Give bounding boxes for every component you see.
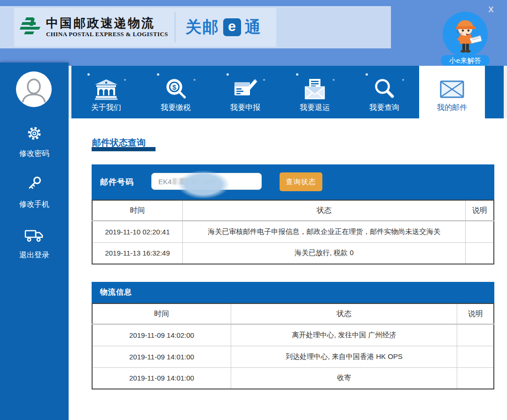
cell-note: [457, 324, 494, 346]
tab-label: 我要退运: [300, 103, 330, 113]
column-header-status: 状态: [182, 200, 465, 221]
mail-number-prefix: EK4: [158, 178, 172, 186]
tab-pay-tax[interactable]: $ 我要缴税: [141, 66, 211, 118]
mail-number-suffix: 0HK: [203, 178, 216, 186]
cell-note: [466, 221, 494, 242]
sidebar-item-label: 退出登录: [0, 250, 69, 260]
cell-status: 海关已审核邮件电子申报信息，邮政企业正在理货，邮件实物尚未送交海关: [182, 221, 465, 242]
brand-name-cn: 中国邮政速递物流: [46, 16, 155, 30]
status-table-row: 2019-11-10 02:20:41 海关已审核邮件电子申报信息，邮政企业正在…: [92, 221, 494, 242]
cell-note: [457, 367, 494, 389]
sidebar-item-logout[interactable]: 退出登录: [0, 228, 69, 260]
content-area: 邮件状态查询 邮件号码 EK4 0HK 查询状态 时间 状态 说明: [69, 118, 507, 420]
brand-text: 中国邮政速递物流 CHINA POSTAL EXPRESS & LOGISTIC…: [46, 16, 168, 39]
sidebar: 修改密码 修改手机 退出登录: [0, 62, 69, 420]
logistics-table: 时间 状态 说明 2019-11-09 14:02:00 离开处理中心, 发往中…: [92, 303, 494, 389]
cell-status: 收寄: [231, 367, 457, 389]
logistics-title: 物流信息: [100, 288, 132, 297]
sidebar-item-change-password[interactable]: 修改密码: [0, 124, 69, 159]
column-header-time: 时间: [92, 303, 231, 324]
app-window: 中国邮政速递物流 CHINA POSTAL EXPRESS & LOGISTIC…: [0, 0, 507, 420]
tax-search-icon: $: [164, 76, 188, 103]
mail-icon: [439, 76, 465, 103]
column-header-note: 说明: [466, 200, 494, 221]
gear-icon: [25, 136, 43, 144]
tab-declare[interactable]: 我要申报: [211, 66, 280, 118]
redacted-digits: [172, 178, 202, 185]
column-header-time: 时间: [92, 200, 182, 221]
cell-status: 到达处理中心, 来自中国香港 HK OPS: [231, 346, 457, 367]
cell-time: 2019-11-09 14:01:00: [92, 346, 231, 367]
status-table-row: 2019-11-13 16:32:49 海关已放行, 税款 0: [92, 242, 494, 264]
tab-label: 关于我们: [91, 103, 121, 113]
tab-return-shipment[interactable]: 我要退运: [280, 66, 350, 118]
logistics-table-row: 2019-11-09 14:02:00 离开处理中心, 发往中国 广州经济: [92, 324, 494, 346]
china-post-logo-icon: [20, 16, 41, 38]
product-logo: 关邮 e 通: [186, 16, 262, 38]
brand-block: 中国邮政速递物流 CHINA POSTAL EXPRESS & LOGISTIC…: [14, 8, 276, 47]
sidebar-item-label: 修改手机: [0, 200, 69, 210]
mascot-help-button[interactable]: 小e来解答: [441, 55, 490, 66]
product-e-icon: e: [223, 18, 241, 36]
tab-about-us[interactable]: 关于我们: [71, 66, 141, 118]
person-icon: [21, 76, 47, 102]
mascot-avatar[interactable]: [443, 12, 488, 57]
tab-query[interactable]: 我要查询: [350, 66, 419, 118]
logistics-table-row: 2019-11-09 14:01:00 收寄: [92, 367, 494, 389]
logistics-table-body: 2019-11-09 14:02:00 离开处理中心, 发往中国 广州经济 20…: [92, 324, 494, 389]
tab-my-mail[interactable]: 我的邮件: [419, 66, 485, 118]
column-header-note: 说明: [457, 303, 494, 324]
cell-time: 2019-11-10 02:20:41: [92, 221, 182, 242]
product-name-left: 关邮: [186, 16, 219, 38]
svg-text:$: $: [172, 83, 177, 91]
cell-time: 2019-11-09 14:02:00: [92, 324, 231, 346]
cell-note: [466, 242, 494, 264]
logistics-table-header-row: 时间 状态 说明: [92, 303, 494, 324]
search-icon: [372, 76, 397, 103]
sidebar-item-label: 修改密码: [0, 149, 69, 159]
brand-divider: [175, 12, 175, 42]
tab-label: 我要查询: [369, 103, 399, 113]
brand-name-en: CHINA POSTAL EXPRESS & LOGISTICS: [46, 31, 168, 38]
cell-status: 海关已放行, 税款 0: [182, 242, 465, 264]
status-table-body: 2019-11-10 02:20:41 海关已审核邮件电子申报信息，邮政企业正在…: [92, 221, 494, 264]
query-bar: 邮件号码 EK4 0HK 查询状态: [92, 164, 494, 200]
user-avatar: [16, 71, 52, 107]
product-name-right: 通: [245, 16, 262, 38]
tab-label: 我要缴税: [161, 103, 191, 113]
cell-time: 2019-11-13 16:32:49: [92, 242, 182, 264]
logistics-table-row: 2019-11-09 14:01:00 到达处理中心, 来自中国香港 HK OP…: [92, 346, 494, 367]
truck-icon: [24, 237, 45, 245]
sidebar-item-change-phone[interactable]: 修改手机: [0, 175, 69, 210]
status-table-header-row: 时间 状态 说明: [92, 200, 494, 221]
query-status-button[interactable]: 查询状态: [280, 172, 322, 191]
title-underline: [92, 147, 156, 151]
mail-number-label: 邮件号码: [100, 164, 134, 200]
tab-label: 我要申报: [230, 103, 260, 113]
cell-status: 离开处理中心, 发往中国 广州经济: [231, 324, 457, 346]
return-mail-icon: [303, 76, 327, 103]
main-nav: 关于我们 $ 我要缴税: [71, 66, 504, 118]
logistics-header-bar: 物流信息: [92, 282, 494, 303]
tab-label: 我的邮件: [437, 103, 467, 113]
key-icon: [25, 187, 43, 194]
cell-note: [457, 346, 494, 367]
cell-time: 2019-11-09 14:01:00: [92, 367, 231, 389]
nav-filler: [485, 66, 504, 118]
mail-number-input[interactable]: EK4 0HK: [151, 173, 262, 190]
bank-icon: [94, 76, 118, 103]
declare-doc-icon: [233, 76, 258, 103]
column-header-status: 状态: [231, 303, 457, 324]
status-table: 时间 状态 说明 2019-11-10 02:20:41 海关已审核邮件电子申报…: [92, 200, 494, 264]
